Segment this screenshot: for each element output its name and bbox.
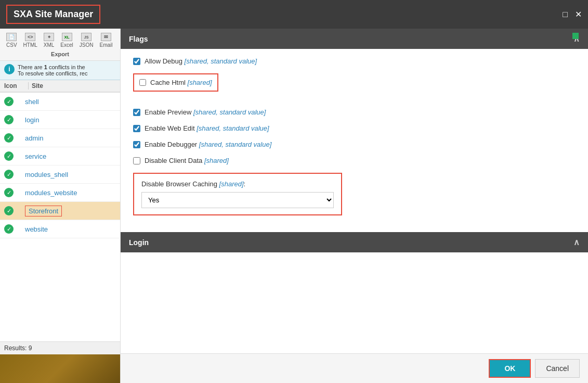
enable-debugger-label: Enable Debugger [shared, standard value] — [145, 141, 271, 148]
site-row-login[interactable]: ✓ login — [0, 111, 120, 129]
site-icon-storefront: ✓ — [4, 206, 25, 215]
check-icon: ✓ — [4, 97, 14, 106]
enable-web-edit-row: Enable Web Edit [shared, standard value] — [133, 124, 576, 132]
flags-title: Flags — [129, 35, 148, 43]
close-button[interactable]: ✕ — [575, 9, 582, 19]
check-icon: ✓ — [4, 206, 14, 215]
site-row-shell[interactable]: ✓ shell — [0, 93, 120, 111]
json-icon: JS — [81, 33, 92, 41]
check-icon: ✓ — [4, 224, 14, 234]
export-html-button[interactable]: <> HTML — [21, 32, 40, 49]
right-scroll-area[interactable]: Flags ∧ Allow Debug [shared, standard va… — [121, 29, 588, 353]
storefront-label: Storefront — [25, 206, 62, 216]
enable-web-edit-label: Enable Web Edit [shared, standard value] — [145, 124, 269, 132]
enable-web-edit-checkbox[interactable] — [133, 125, 140, 132]
title-bar-controls: □ ✕ — [563, 9, 582, 19]
site-icon-modules-website: ✓ — [4, 188, 25, 197]
export-toolbar: 📄 CSV <> HTML ⌖ XML XL Excel — [0, 29, 120, 61]
check-icon: ✓ — [4, 133, 14, 143]
site-name-login: login — [25, 116, 116, 124]
disable-client-data-checkbox[interactable] — [133, 157, 140, 164]
disable-browser-caching-label: Disable Browser Caching [shared]: — [141, 180, 334, 188]
site-name-modules-shell: modules_shell — [25, 171, 116, 178]
email-label: Email — [99, 42, 112, 48]
col-header-icon: Icon — [4, 82, 25, 90]
login-title: Login — [129, 238, 149, 247]
html-icon: <> — [25, 33, 35, 41]
site-name-storefront: Storefront — [25, 207, 116, 215]
check-icon: ✓ — [4, 170, 14, 179]
allow-debug-label: Allow Debug [shared, standard value] — [145, 57, 257, 65]
site-name-admin: admin — [25, 134, 116, 142]
left-panel: 📄 CSV <> HTML ⌖ XML XL Excel — [0, 29, 121, 383]
info-text: There are 1 conflicts in the To resolve … — [18, 64, 88, 76]
info-text-3: To resolve site conflicts, rec — [18, 70, 88, 76]
cache-html-container: Cache Html [shared] — [133, 73, 576, 100]
site-name-shell: shell — [25, 98, 116, 106]
xml-icon: ⌖ — [44, 33, 54, 41]
xml-label: XML — [44, 42, 55, 48]
json-label: JSON — [80, 42, 94, 48]
flags-section-header: Flags ∧ — [121, 29, 588, 49]
disable-client-data-label: Disable Client Data [shared] — [145, 157, 229, 164]
site-row-storefront[interactable]: ✓ Storefront — [0, 202, 120, 220]
enable-debugger-checkbox[interactable] — [133, 141, 140, 148]
disable-browser-caching-select[interactable]: Yes No — [141, 192, 334, 208]
ok-button[interactable]: OK — [489, 359, 531, 378]
info-banner: i There are 1 conflicts in the To resolv… — [0, 61, 120, 80]
dialog-footer: OK Cancel — [121, 353, 588, 383]
site-row-admin[interactable]: ✓ admin — [0, 129, 120, 147]
export-json-button[interactable]: JS JSON — [77, 32, 96, 49]
site-row-modules-website[interactable]: ✓ modules_website — [0, 184, 120, 202]
check-icon: ✓ — [4, 151, 14, 161]
table-header: Icon Site — [0, 80, 120, 93]
html-label: HTML — [23, 42, 37, 48]
export-label: Export — [4, 51, 116, 57]
site-icon-service: ✓ — [4, 151, 25, 161]
site-row-modules-shell[interactable]: ✓ modules_shell — [0, 165, 120, 184]
app-title: SXA Site Manager — [6, 5, 100, 24]
allow-debug-checkbox[interactable] — [133, 58, 140, 65]
excel-icon: XL — [62, 33, 72, 41]
site-icon-shell: ✓ — [4, 97, 25, 106]
allow-debug-row: Allow Debug [shared, standard value] — [133, 57, 576, 65]
site-icon-login: ✓ — [4, 115, 25, 124]
green-indicator — [572, 33, 579, 39]
enable-preview-row: Enable Preview [shared, standard value] — [133, 108, 576, 116]
site-list: ✓ shell ✓ login ✓ admin ✓ service ✓ mo — [0, 93, 120, 341]
results-footer: Results: 9 — [0, 341, 120, 354]
enable-preview-label: Enable Preview [shared, standard value] — [145, 108, 266, 116]
check-icon: ✓ — [4, 188, 14, 197]
col-header-site: Site — [32, 82, 116, 90]
site-icon-website: ✓ — [4, 224, 25, 234]
site-row-service[interactable]: ✓ service — [0, 147, 120, 165]
site-name-modules-website: modules_website — [25, 189, 116, 197]
export-excel-button[interactable]: XL Excel — [58, 32, 75, 49]
cache-html-highlight-box: Cache Html [shared] — [133, 73, 218, 92]
title-bar-left: SXA Site Manager — [6, 5, 100, 24]
disable-browser-caching-section: Disable Browser Caching [shared]: Yes No — [133, 173, 342, 215]
main-window: SXA Site Manager □ ✕ 📄 CSV <> HTML — [0, 0, 588, 383]
export-icons: 📄 CSV <> HTML ⌖ XML XL Excel — [4, 32, 116, 49]
login-section-header: Login ∧ — [121, 232, 588, 252]
minimize-button[interactable]: □ — [563, 10, 568, 19]
results-label: Results: 9 — [4, 344, 32, 352]
site-icon-admin: ✓ — [4, 133, 25, 143]
csv-icon: 📄 — [6, 33, 17, 41]
export-csv-button[interactable]: 📄 CSV — [4, 32, 19, 49]
cache-html-label: Cache Html [shared] — [150, 79, 212, 86]
enable-preview-checkbox[interactable] — [133, 109, 140, 116]
login-toggle-icon[interactable]: ∧ — [573, 237, 580, 247]
export-xml-button[interactable]: ⌖ XML — [42, 32, 57, 49]
info-icon: i — [4, 64, 15, 74]
cancel-button[interactable]: Cancel — [535, 359, 580, 378]
cache-html-checkbox[interactable] — [139, 79, 146, 86]
check-icon: ✓ — [4, 115, 14, 124]
export-email-button[interactable]: ✉ Email — [97, 32, 114, 49]
site-row-website[interactable]: ✓ website — [0, 220, 120, 238]
right-panel: Flags ∧ Allow Debug [shared, standard va… — [121, 29, 588, 383]
flags-section-content: Allow Debug [shared, standard value] Cac… — [121, 49, 588, 232]
content-area: 📄 CSV <> HTML ⌖ XML XL Excel — [0, 29, 588, 383]
email-icon: ✉ — [101, 33, 111, 41]
site-name-website: website — [25, 225, 116, 233]
